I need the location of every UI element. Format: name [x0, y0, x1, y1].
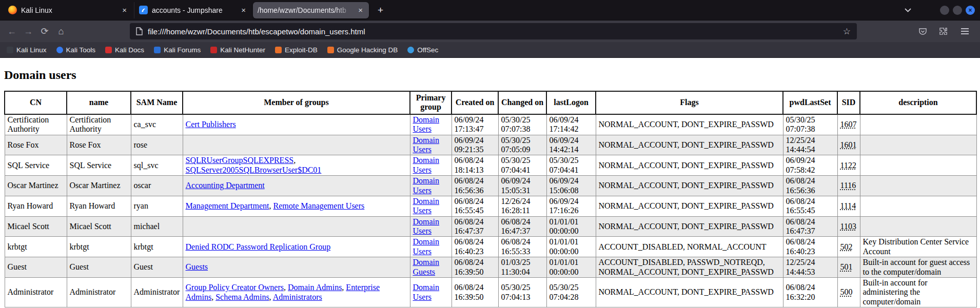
- column-header: SID: [837, 91, 860, 114]
- bookmark-label: OffSec: [417, 46, 438, 54]
- back-icon[interactable]: ←: [4, 24, 20, 39]
- member-of-groups-cell: SQLRUserGroupSQLEXPRESS, SQLServer2005SQ…: [183, 155, 410, 176]
- close-icon[interactable]: ×: [240, 5, 247, 15]
- sam-name-cell: michael: [131, 216, 183, 237]
- group-link[interactable]: Group Policy Creator Owners: [186, 283, 284, 292]
- created-on-cell: 06/08/24 16:39:50: [452, 257, 498, 278]
- tab-kali-linux[interactable]: Kali Linux ×: [4, 2, 133, 18]
- flags-cell: ACCOUNT_DISABLED, PASSWD_NOTREQD, NORMAL…: [596, 257, 783, 278]
- group-link[interactable]: Domain Users: [413, 176, 440, 194]
- home-icon[interactable]: ⌂: [53, 24, 69, 39]
- group-link[interactable]: Schema Admins: [215, 293, 269, 301]
- sam-name-cell: Administrator: [131, 278, 183, 307]
- lastlogon-cell: 05/30/25 07:04:41: [546, 155, 596, 176]
- table-row: Oscar MartinezOscar MartinezoscarAccount…: [5, 176, 976, 196]
- description-cell: Built-in account for administering the c…: [860, 278, 976, 307]
- bookmark-label: Kali Docs: [115, 46, 144, 54]
- lastlogon-cell: 01/01/01 00:00:00: [546, 257, 596, 278]
- group-link[interactable]: Domain Users: [413, 197, 440, 215]
- minimize-button[interactable]: [940, 6, 949, 15]
- bookmark-kali-forums[interactable]: Kali Forums: [154, 46, 201, 54]
- group-link[interactable]: Management Department: [186, 201, 269, 210]
- flags-cell: ACCOUNT_DISABLED, NORMAL_ACCOUNT: [596, 237, 783, 257]
- group-link[interactable]: SQLRUserGroupSQLEXPRESS: [186, 156, 294, 165]
- close-icon[interactable]: ×: [121, 5, 128, 15]
- group-link[interactable]: Denied RODC Password Replication Group: [186, 242, 331, 251]
- sid-cell: 500: [837, 278, 860, 307]
- description-cell: Built-in account for guest access to the…: [860, 257, 976, 278]
- changed-on-cell: 06/08/24 16:55:33: [498, 237, 546, 257]
- cn-cell: SQL Service: [5, 155, 67, 176]
- bookmark-google-hacking-db[interactable]: Google Hacking DB: [327, 46, 398, 54]
- new-tab-button[interactable]: +: [375, 5, 386, 16]
- chevron-down-icon: [905, 8, 911, 12]
- flags-cell: NORMAL_ACCOUNT, DONT_EXPIRE_PASSWD: [596, 135, 783, 155]
- bookmark-kali-docs[interactable]: Kali Docs: [105, 46, 144, 54]
- group-link[interactable]: Administrators: [273, 293, 322, 301]
- changed-on-cell: 01/03/25 11:30:04: [498, 257, 546, 278]
- bookmark-kali-linux[interactable]: Kali Linux: [7, 46, 47, 54]
- created-on-cell: 06/08/24 16:40:23: [452, 237, 498, 257]
- flags-cell: NORMAL_ACCOUNT, DONT_EXPIRE_PASSWD: [596, 278, 783, 307]
- page-icon: [136, 27, 143, 35]
- reload-icon[interactable]: ⟳: [36, 24, 53, 39]
- description-cell: [860, 155, 976, 176]
- lastlogon-cell: 05/30/25 07:04:28: [546, 278, 596, 307]
- name-cell: Ryan Howard: [67, 196, 131, 216]
- sid-cell: 1116: [837, 176, 860, 196]
- group-link[interactable]: Domain Users: [413, 136, 440, 154]
- pocket-icon[interactable]: [914, 24, 931, 39]
- group-link[interactable]: Domain Users: [413, 115, 440, 133]
- menu-hamburger-icon[interactable]: [956, 24, 973, 39]
- bookmarks-bar: Kali LinuxKali ToolsKali DocsKali Forums…: [0, 42, 980, 58]
- group-link[interactable]: Remote Management Users: [273, 201, 365, 210]
- group-link[interactable]: Domain Users: [413, 237, 440, 255]
- list-all-tabs-button[interactable]: [905, 8, 911, 12]
- flags-cell: NORMAL_ACCOUNT, DONT_EXPIRE_PASSWD: [596, 155, 783, 176]
- name-cell: Guest: [67, 257, 131, 278]
- pwdlastset-cell: 06/08/24 16:32:20: [783, 278, 837, 307]
- group-link[interactable]: Guests: [186, 262, 208, 271]
- primary-group-cell: Domain Users: [410, 114, 452, 135]
- group-link[interactable]: Cert Publishers: [186, 120, 236, 129]
- group-link[interactable]: Domain Guests: [413, 258, 440, 276]
- cn-cell: Micael Scott: [5, 216, 67, 237]
- table-row: Micael ScottMicael ScottmichaelDomain Us…: [5, 216, 976, 237]
- maximize-button[interactable]: [953, 6, 962, 15]
- bookmark-exploit-db[interactable]: Exploit-DB: [275, 46, 318, 54]
- tab-jumpshare[interactable]: accounts - Jumpshare ×: [134, 2, 252, 18]
- changed-on-cell: 06/09/24 15:05:31: [498, 176, 546, 196]
- changed-on-cell: 06/08/24 16:47:37: [498, 216, 546, 237]
- window-close-button[interactable]: ×: [966, 6, 975, 15]
- sid-value: 1601: [840, 140, 857, 149]
- url-bar[interactable]: file:///home/wzwr/Documents/htb/escapetw…: [130, 23, 857, 39]
- table-body: Certification AuthorityCertification Aut…: [5, 114, 976, 307]
- cn-cell: Rose Fox: [5, 135, 67, 155]
- member-of-groups-cell: Cert Publishers: [183, 114, 410, 135]
- page-content: Domain users CNnameSAM NameMember of gro…: [0, 58, 980, 308]
- tab-domain-users-active[interactable]: /home/wzwr/Documents/htb ×: [253, 2, 369, 18]
- close-icon[interactable]: ×: [357, 5, 364, 15]
- group-link[interactable]: Domain Admins: [288, 283, 342, 292]
- cn-cell: Ryan Howard: [5, 196, 67, 216]
- forward-icon[interactable]: →: [20, 24, 36, 39]
- sam-name-cell: Guest: [131, 257, 183, 278]
- group-link[interactable]: Domain Users: [413, 283, 440, 301]
- sam-name-cell: krbtgt: [131, 237, 183, 257]
- bookmark-star-icon[interactable]: ☆: [843, 26, 851, 37]
- group-link[interactable]: Accounting Department: [186, 181, 265, 190]
- flags-cell: NORMAL_ACCOUNT, DONT_EXPIRE_PASSWD: [596, 216, 783, 237]
- bookmark-kali-tools[interactable]: Kali Tools: [56, 46, 96, 54]
- jumpshare-icon: [139, 6, 148, 14]
- group-link[interactable]: Domain Users: [413, 156, 440, 174]
- bookmark-kali-nethunter[interactable]: Kali NetHunter: [210, 46, 265, 54]
- group-link[interactable]: SQLServer2005SQLBrowserUser$DC01: [186, 166, 322, 174]
- bookmark-offsec[interactable]: OffSec: [407, 46, 438, 54]
- toolbar-right-icons: [914, 24, 973, 39]
- bookmark-label: Google Hacking DB: [337, 46, 398, 54]
- extensions-puzzle-icon[interactable]: [935, 24, 952, 39]
- column-header: lastLogon: [546, 91, 596, 114]
- table-row: GuestGuestGuestGuestsDomain Guests06/08/…: [5, 257, 976, 278]
- group-link[interactable]: Domain Users: [413, 217, 440, 235]
- table-row: Ryan HowardRyan HowardryanManagement Dep…: [5, 196, 976, 216]
